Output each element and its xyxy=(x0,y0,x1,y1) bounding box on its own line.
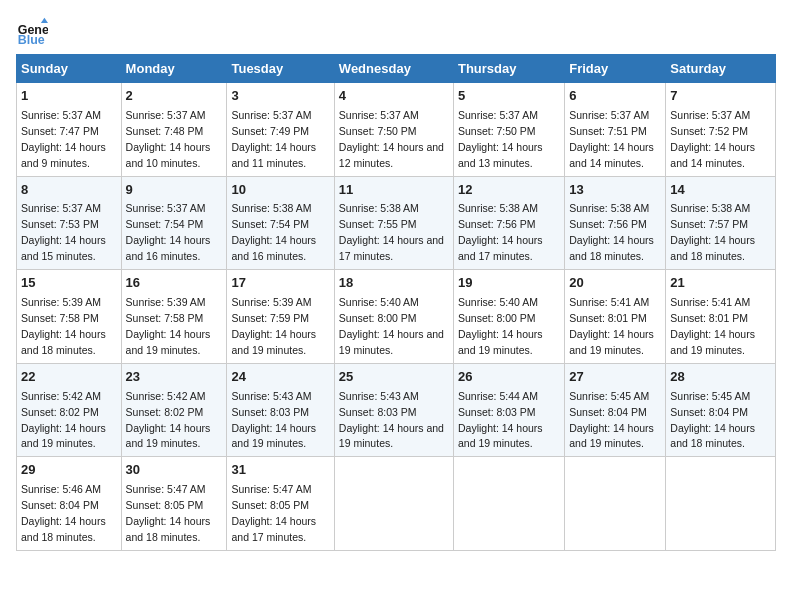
calendar-cell: 10Sunrise: 5:38 AMSunset: 7:54 PMDayligh… xyxy=(227,176,334,270)
day-sunrise: Sunrise: 5:39 AM xyxy=(231,296,311,308)
calendar-cell: 13Sunrise: 5:38 AMSunset: 7:56 PMDayligh… xyxy=(565,176,666,270)
day-sunset: Sunset: 7:52 PM xyxy=(670,125,748,137)
day-daylight-label: Daylight: 14 hours and 19 minutes. xyxy=(21,422,106,450)
day-number: 7 xyxy=(670,87,771,106)
day-sunset: Sunset: 7:53 PM xyxy=(21,218,99,230)
day-number: 3 xyxy=(231,87,329,106)
calendar-cell: 6Sunrise: 5:37 AMSunset: 7:51 PMDaylight… xyxy=(565,83,666,177)
day-number: 27 xyxy=(569,368,661,387)
day-sunset: Sunset: 7:56 PM xyxy=(569,218,647,230)
calendar-cell: 4Sunrise: 5:37 AMSunset: 7:50 PMDaylight… xyxy=(334,83,453,177)
logo-icon: General Blue xyxy=(16,16,48,48)
day-daylight-label: Daylight: 14 hours and 16 minutes. xyxy=(231,234,316,262)
day-daylight-label: Daylight: 14 hours and 18 minutes. xyxy=(670,234,755,262)
calendar-cell: 17Sunrise: 5:39 AMSunset: 7:59 PMDayligh… xyxy=(227,270,334,364)
header-row: SundayMondayTuesdayWednesdayThursdayFrid… xyxy=(17,55,776,83)
week-row-3: 15Sunrise: 5:39 AMSunset: 7:58 PMDayligh… xyxy=(17,270,776,364)
day-sunrise: Sunrise: 5:37 AM xyxy=(231,109,311,121)
calendar-cell: 23Sunrise: 5:42 AMSunset: 8:02 PMDayligh… xyxy=(121,363,227,457)
calendar-cell: 26Sunrise: 5:44 AMSunset: 8:03 PMDayligh… xyxy=(453,363,564,457)
day-sunrise: Sunrise: 5:37 AM xyxy=(126,202,206,214)
day-number: 25 xyxy=(339,368,449,387)
day-daylight-label: Daylight: 14 hours and 19 minutes. xyxy=(126,328,211,356)
day-number: 10 xyxy=(231,181,329,200)
day-sunrise: Sunrise: 5:43 AM xyxy=(339,390,419,402)
calendar-cell: 30Sunrise: 5:47 AMSunset: 8:05 PMDayligh… xyxy=(121,457,227,551)
logo: General Blue xyxy=(16,16,52,48)
calendar-cell: 22Sunrise: 5:42 AMSunset: 8:02 PMDayligh… xyxy=(17,363,122,457)
calendar-cell xyxy=(565,457,666,551)
day-sunset: Sunset: 7:50 PM xyxy=(458,125,536,137)
day-sunrise: Sunrise: 5:37 AM xyxy=(670,109,750,121)
day-daylight-label: Daylight: 14 hours and 19 minutes. xyxy=(126,422,211,450)
day-sunrise: Sunrise: 5:43 AM xyxy=(231,390,311,402)
day-daylight-label: Daylight: 14 hours and 19 minutes. xyxy=(670,328,755,356)
header-monday: Monday xyxy=(121,55,227,83)
day-number: 21 xyxy=(670,274,771,293)
day-number: 4 xyxy=(339,87,449,106)
day-sunset: Sunset: 8:04 PM xyxy=(670,406,748,418)
day-number: 22 xyxy=(21,368,117,387)
calendar-cell: 21Sunrise: 5:41 AMSunset: 8:01 PMDayligh… xyxy=(666,270,776,364)
day-daylight-label: Daylight: 14 hours and 19 minutes. xyxy=(339,422,444,450)
header-thursday: Thursday xyxy=(453,55,564,83)
svg-marker-2 xyxy=(41,18,48,23)
calendar-cell: 8Sunrise: 5:37 AMSunset: 7:53 PMDaylight… xyxy=(17,176,122,270)
day-daylight-label: Daylight: 14 hours and 15 minutes. xyxy=(21,234,106,262)
day-daylight-label: Daylight: 14 hours and 13 minutes. xyxy=(458,141,543,169)
day-sunrise: Sunrise: 5:38 AM xyxy=(231,202,311,214)
day-daylight-label: Daylight: 14 hours and 10 minutes. xyxy=(126,141,211,169)
calendar-cell: 11Sunrise: 5:38 AMSunset: 7:55 PMDayligh… xyxy=(334,176,453,270)
day-sunset: Sunset: 8:03 PM xyxy=(458,406,536,418)
calendar-body: 1Sunrise: 5:37 AMSunset: 7:47 PMDaylight… xyxy=(17,83,776,551)
day-sunrise: Sunrise: 5:37 AM xyxy=(458,109,538,121)
day-sunset: Sunset: 8:05 PM xyxy=(231,499,309,511)
calendar-cell: 16Sunrise: 5:39 AMSunset: 7:58 PMDayligh… xyxy=(121,270,227,364)
day-daylight-label: Daylight: 14 hours and 14 minutes. xyxy=(569,141,654,169)
day-sunrise: Sunrise: 5:37 AM xyxy=(21,109,101,121)
day-number: 19 xyxy=(458,274,560,293)
calendar-cell: 3Sunrise: 5:37 AMSunset: 7:49 PMDaylight… xyxy=(227,83,334,177)
day-sunset: Sunset: 7:59 PM xyxy=(231,312,309,324)
day-daylight-label: Daylight: 14 hours and 19 minutes. xyxy=(339,328,444,356)
calendar-cell: 14Sunrise: 5:38 AMSunset: 7:57 PMDayligh… xyxy=(666,176,776,270)
day-number: 28 xyxy=(670,368,771,387)
day-number: 23 xyxy=(126,368,223,387)
day-sunrise: Sunrise: 5:38 AM xyxy=(339,202,419,214)
calendar-cell: 1Sunrise: 5:37 AMSunset: 7:47 PMDaylight… xyxy=(17,83,122,177)
calendar-cell: 2Sunrise: 5:37 AMSunset: 7:48 PMDaylight… xyxy=(121,83,227,177)
header-saturday: Saturday xyxy=(666,55,776,83)
header: General Blue xyxy=(16,16,776,48)
day-sunrise: Sunrise: 5:38 AM xyxy=(458,202,538,214)
day-sunset: Sunset: 8:02 PM xyxy=(126,406,204,418)
day-number: 11 xyxy=(339,181,449,200)
day-number: 16 xyxy=(126,274,223,293)
calendar-cell xyxy=(666,457,776,551)
week-row-1: 1Sunrise: 5:37 AMSunset: 7:47 PMDaylight… xyxy=(17,83,776,177)
calendar-cell: 5Sunrise: 5:37 AMSunset: 7:50 PMDaylight… xyxy=(453,83,564,177)
day-sunset: Sunset: 8:03 PM xyxy=(231,406,309,418)
day-number: 8 xyxy=(21,181,117,200)
day-sunrise: Sunrise: 5:37 AM xyxy=(126,109,206,121)
day-number: 20 xyxy=(569,274,661,293)
day-sunset: Sunset: 8:01 PM xyxy=(569,312,647,324)
day-sunset: Sunset: 8:04 PM xyxy=(21,499,99,511)
day-daylight-label: Daylight: 14 hours and 19 minutes. xyxy=(569,328,654,356)
day-sunrise: Sunrise: 5:41 AM xyxy=(569,296,649,308)
day-daylight-label: Daylight: 14 hours and 11 minutes. xyxy=(231,141,316,169)
day-sunrise: Sunrise: 5:37 AM xyxy=(339,109,419,121)
calendar-table: SundayMondayTuesdayWednesdayThursdayFrid… xyxy=(16,54,776,551)
svg-text:Blue: Blue xyxy=(18,33,45,47)
day-number: 9 xyxy=(126,181,223,200)
header-wednesday: Wednesday xyxy=(334,55,453,83)
day-sunrise: Sunrise: 5:46 AM xyxy=(21,483,101,495)
day-sunset: Sunset: 8:05 PM xyxy=(126,499,204,511)
day-number: 5 xyxy=(458,87,560,106)
day-daylight-label: Daylight: 14 hours and 18 minutes. xyxy=(21,328,106,356)
day-sunset: Sunset: 7:54 PM xyxy=(126,218,204,230)
day-sunrise: Sunrise: 5:42 AM xyxy=(21,390,101,402)
day-sunset: Sunset: 8:00 PM xyxy=(339,312,417,324)
calendar-cell: 31Sunrise: 5:47 AMSunset: 8:05 PMDayligh… xyxy=(227,457,334,551)
day-number: 29 xyxy=(21,461,117,480)
day-sunset: Sunset: 7:57 PM xyxy=(670,218,748,230)
